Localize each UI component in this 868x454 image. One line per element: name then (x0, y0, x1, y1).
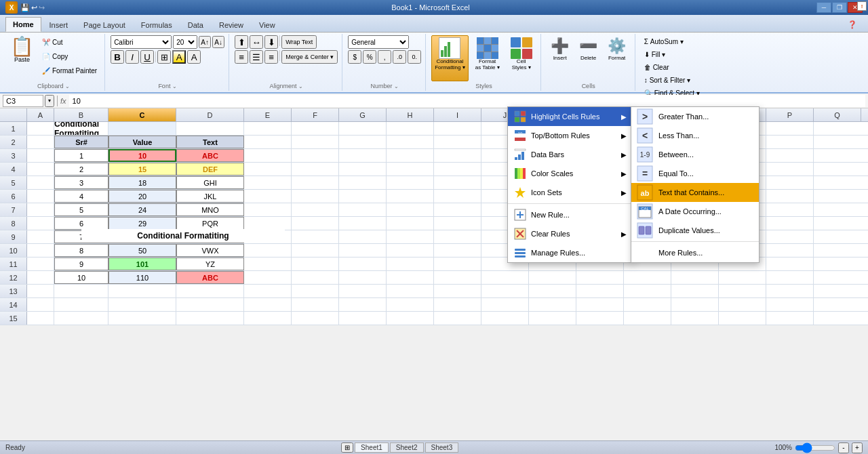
cell-H9[interactable] (387, 230, 434, 243)
cell-C7[interactable]: 24 (108, 203, 176, 216)
cell-B10[interactable]: 8 (54, 244, 108, 257)
paste-btn[interactable]: 📋 Paste (7, 35, 37, 81)
cell-M12[interactable] (624, 271, 671, 284)
cell-A6[interactable] (27, 190, 54, 203)
decrease-font-btn[interactable]: A↓ (212, 36, 224, 48)
cell-P13[interactable] (766, 285, 814, 297)
cell-D5[interactable]: GHI (176, 176, 244, 189)
cell-G9[interactable] (339, 230, 387, 243)
cell-P1[interactable] (766, 122, 814, 135)
cell-C12[interactable]: 110 (108, 271, 176, 284)
menu-item-topbottom[interactable]: 10 Top/Bottom Rules ▶ (508, 126, 632, 145)
cell-F6[interactable] (292, 190, 339, 203)
cell-B6[interactable]: 4 (54, 190, 108, 203)
comma-btn[interactable]: , (378, 50, 391, 64)
cell-C3[interactable]: 10 (108, 149, 176, 162)
cell-B3[interactable]: 1 (54, 149, 108, 162)
cell-E10[interactable] (244, 244, 292, 257)
tab-insert[interactable]: Insert (42, 18, 76, 32)
cell-D7[interactable]: MNO (176, 203, 244, 216)
cell-C15[interactable] (108, 312, 176, 325)
insert-btn[interactable]: ➕ Insert (547, 35, 574, 81)
cell-reference[interactable] (3, 95, 43, 107)
cell-F10[interactable] (292, 244, 339, 257)
cell-I4[interactable] (434, 163, 481, 176)
cell-P5[interactable] (766, 176, 814, 189)
cell-G3[interactable] (339, 149, 387, 162)
quick-access-toolbar[interactable]: 💾 ↩ ↪ (20, 3, 45, 12)
increase-decimal-btn[interactable]: .0 (393, 50, 406, 64)
cell-I1[interactable] (434, 122, 481, 135)
cell-H12[interactable] (387, 271, 434, 284)
align-center-btn[interactable]: ☰ (250, 50, 263, 64)
col-header-F[interactable]: F (292, 108, 339, 121)
underline-btn[interactable]: U (140, 50, 154, 64)
cell-B11[interactable]: 9 (54, 257, 108, 270)
minimize-btn[interactable]: ─ (816, 2, 831, 13)
cell-P15[interactable] (766, 312, 814, 325)
cell-I15[interactable] (434, 312, 481, 325)
cell-B7[interactable]: 5 (54, 203, 108, 216)
cell-G15[interactable] (339, 312, 387, 325)
cell-D3[interactable]: ABC (176, 149, 244, 162)
col-header-G[interactable]: G (339, 108, 387, 121)
borders-btn[interactable]: ⊞ (157, 50, 171, 64)
cell-E2[interactable] (244, 136, 292, 148)
menu-item-highlight-cells[interactable]: Highlight Cells Rules ▶ (508, 107, 632, 126)
cell-A4[interactable] (27, 163, 54, 176)
align-right-btn[interactable]: ≡ (264, 50, 278, 64)
merge-center-btn[interactable]: Merge & Center ▾ (281, 50, 338, 64)
cell-D15[interactable] (176, 312, 244, 325)
cell-A1[interactable] (27, 122, 54, 135)
row-header-4[interactable]: 4 (0, 163, 27, 176)
cell-B12[interactable]: 10 (54, 271, 108, 284)
cell-D8[interactable]: PQR (176, 217, 244, 230)
percent-btn[interactable]: % (363, 50, 376, 64)
cell-N14[interactable] (671, 298, 719, 311)
cell-G6[interactable] (339, 190, 387, 203)
cell-C2[interactable]: Value (108, 136, 176, 148)
cell-G13[interactable] (339, 285, 387, 297)
cell-A14[interactable] (27, 298, 54, 311)
align-left-btn[interactable]: ≡ (235, 50, 248, 64)
cell-A12[interactable] (27, 271, 54, 284)
cell-C6[interactable]: 20 (108, 190, 176, 203)
corner-cell[interactable] (0, 108, 27, 121)
cell-C4[interactable]: 15 (108, 163, 176, 176)
cell-I11[interactable] (434, 257, 481, 270)
cell-D2[interactable]: Text (176, 136, 244, 148)
col-header-A[interactable]: A (27, 108, 54, 121)
name-box-dropdown[interactable]: ▾ (45, 95, 54, 107)
cell-H10[interactable] (387, 244, 434, 257)
submenu-item-greaterthan[interactable]: > Greater Than... (631, 107, 759, 126)
cell-E1[interactable] (244, 122, 292, 135)
cell-L12[interactable] (576, 271, 624, 284)
row-header-7[interactable]: 7 (0, 203, 27, 216)
submenu-item-morerules[interactable]: More Rules... (631, 243, 759, 262)
cell-I14[interactable] (434, 298, 481, 311)
cell-A3[interactable] (27, 149, 54, 162)
cell-A10[interactable] (27, 244, 54, 257)
row-header-8[interactable]: 8 (0, 217, 27, 230)
cell-M14[interactable] (624, 298, 671, 311)
cell-C10[interactable]: 50 (108, 244, 176, 257)
cell-F7[interactable] (292, 203, 339, 216)
cell-B14[interactable] (54, 298, 108, 311)
cell-L13[interactable] (576, 285, 624, 297)
cell-F4[interactable] (292, 163, 339, 176)
col-header-B[interactable]: B (54, 108, 108, 121)
row-header-5[interactable]: 5 (0, 176, 27, 189)
cell-B4[interactable]: 2 (54, 163, 108, 176)
sort-filter-btn[interactable]: ↕ Sort & Filter ▾ (641, 74, 694, 86)
row-header-12[interactable]: 12 (0, 271, 27, 284)
col-header-C[interactable]: C (108, 108, 176, 121)
cell-D6[interactable]: JKL (176, 190, 244, 203)
cell-I10[interactable] (434, 244, 481, 257)
cell-C5[interactable]: 18 (108, 176, 176, 189)
cell-J12[interactable] (481, 271, 529, 284)
cell-E12[interactable] (244, 271, 292, 284)
cell-H8[interactable] (387, 217, 434, 230)
cell-H11[interactable] (387, 257, 434, 270)
format-btn[interactable]: ⚙️ Format (604, 35, 631, 81)
cell-A9[interactable] (27, 230, 54, 243)
